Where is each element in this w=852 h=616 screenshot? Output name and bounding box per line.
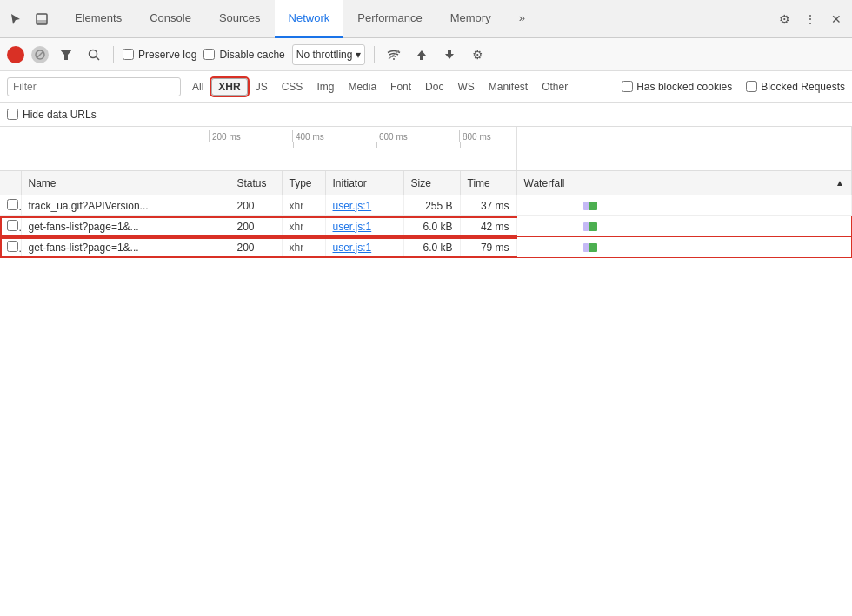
row-name[interactable]: track_ua.gif?APIVersion...: [21, 195, 230, 216]
network-table: 200 ms 400 ms 600 ms 800 ms 1000 ms 1200…: [0, 127, 852, 258]
filter-types: All XHR JS CSS Img Media Font Doc WS Man…: [186, 78, 574, 96]
row-size: 255 B: [403, 195, 460, 216]
disable-cache-checkbox[interactable]: Disable cache: [203, 49, 284, 61]
row-name[interactable]: get-fans-list?page=1&...: [21, 216, 230, 237]
filter-img[interactable]: Img: [310, 79, 340, 95]
table-body: track_ua.gif?APIVersion... 200 xhr user.…: [0, 195, 852, 258]
svg-line-6: [97, 56, 100, 60]
preserve-log-checkbox[interactable]: Preserve log: [123, 49, 196, 61]
th-size[interactable]: Size: [403, 171, 460, 195]
th-type[interactable]: Type: [282, 171, 325, 195]
throttle-select[interactable]: No throttling ▾: [292, 44, 366, 65]
row-type: xhr: [282, 237, 325, 258]
row-initiator[interactable]: user.js:1: [325, 216, 403, 237]
svg-marker-8: [417, 50, 426, 60]
row-checkbox-cell: [0, 195, 21, 216]
filter-xhr[interactable]: XHR: [211, 78, 247, 96]
sort-arrow-icon: ▲: [835, 178, 844, 188]
cursor-icon[interactable]: [3, 7, 28, 31]
filter-doc[interactable]: Doc: [419, 79, 449, 95]
tab-bar-icons: [3, 7, 54, 31]
th-initiator[interactable]: Initiator: [325, 171, 403, 195]
timeline-row: 200 ms 400 ms 600 ms 800 ms 1000 ms 1200…: [0, 127, 852, 171]
row-time: 37 ms: [460, 195, 516, 216]
network-settings-icon[interactable]: ⚙: [467, 44, 488, 65]
tab-bar-right: ⚙ ⋮ ✕: [772, 7, 849, 31]
tab-elements[interactable]: Elements: [61, 0, 136, 38]
divider-2: [374, 46, 375, 63]
stop-button[interactable]: [31, 46, 49, 63]
has-blocked-area: Has blocked cookies Blocked Requests: [622, 81, 845, 93]
chevron-down-icon: ▾: [356, 49, 361, 61]
row-checkbox[interactable]: [7, 220, 18, 231]
svg-rect-1: [37, 20, 47, 24]
tick-600: 600 ms: [376, 130, 459, 142]
upload-icon[interactable]: [411, 44, 432, 65]
filter-bar: All XHR JS CSS Img Media Font Doc WS Man…: [0, 71, 852, 103]
table-row[interactable]: get-fans-list?page=1&... 200 xhr user.js…: [0, 237, 852, 258]
tab-performance[interactable]: Performance: [343, 0, 436, 38]
filter-media[interactable]: Media: [342, 79, 383, 95]
table-row[interactable]: track_ua.gif?APIVersion... 200 xhr user.…: [0, 195, 852, 216]
filter-manifest[interactable]: Manifest: [483, 79, 534, 95]
row-size: 6.0 kB: [403, 216, 460, 237]
wifi-icon[interactable]: [383, 44, 404, 65]
row-checkbox[interactable]: [7, 241, 18, 252]
has-blocked-cookies-checkbox[interactable]: Has blocked cookies: [622, 81, 732, 93]
row-type: xhr: [282, 195, 325, 216]
row-status: 200: [230, 237, 282, 258]
row-name[interactable]: get-fans-list?page=1&...: [21, 237, 230, 258]
row-waterfall: [516, 195, 851, 216]
th-time[interactable]: Time: [460, 171, 516, 195]
svg-marker-4: [60, 50, 72, 60]
row-checkbox-cell: [0, 237, 21, 258]
row-initiator[interactable]: user.js:1: [325, 237, 403, 258]
tab-console[interactable]: Console: [136, 0, 205, 38]
th-waterfall[interactable]: Waterfall ▲: [516, 171, 851, 195]
row-time: 42 ms: [460, 216, 516, 237]
filter-js[interactable]: JS: [250, 79, 274, 95]
network-panel: 200 ms 400 ms 600 ms 800 ms 1000 ms 1200…: [0, 127, 852, 567]
th-name[interactable]: Name: [21, 171, 230, 195]
row-type: xhr: [282, 216, 325, 237]
tab-overflow[interactable]: »: [505, 0, 539, 38]
th-status[interactable]: Status: [230, 171, 282, 195]
tab-network[interactable]: Network: [275, 0, 344, 38]
hide-data-urls-row: Hide data URLs: [0, 103, 852, 127]
svg-marker-9: [445, 50, 454, 59]
filter-css[interactable]: CSS: [276, 79, 310, 95]
tab-memory[interactable]: Memory: [436, 0, 505, 38]
table-header-row: Name Status Type Initiator Size Time: [0, 171, 852, 195]
row-status: 200: [230, 216, 282, 237]
row-checkbox[interactable]: [7, 199, 18, 210]
blocked-requests-checkbox[interactable]: Blocked Requests: [746, 81, 845, 93]
filter-input[interactable]: [7, 77, 181, 96]
tick-400: 400 ms: [292, 130, 376, 142]
svg-line-3: [37, 51, 43, 58]
record-button[interactable]: [7, 46, 24, 63]
row-size: 6.0 kB: [403, 237, 460, 258]
filter-ws[interactable]: WS: [451, 79, 480, 95]
divider-1: [113, 46, 114, 63]
search-icon[interactable]: [83, 44, 104, 65]
tick-800: 800 ms: [459, 130, 516, 142]
svg-point-5: [90, 50, 97, 57]
row-checkbox-cell: [0, 216, 21, 237]
row-waterfall: [516, 216, 851, 237]
hide-data-urls-checkbox[interactable]: Hide data URLs: [7, 109, 97, 121]
filter-font[interactable]: Font: [384, 79, 417, 95]
filter-all[interactable]: All: [186, 79, 210, 95]
close-icon[interactable]: ✕: [824, 7, 849, 31]
dock-icon[interactable]: [30, 7, 54, 31]
row-initiator[interactable]: user.js:1: [325, 195, 403, 216]
more-icon[interactable]: ⋮: [798, 7, 822, 31]
table-row[interactable]: get-fans-list?page=1&... 200 xhr user.js…: [0, 216, 852, 237]
tab-sources[interactable]: Sources: [205, 0, 275, 38]
filter-icon[interactable]: [56, 44, 77, 65]
row-time: 79 ms: [460, 237, 516, 258]
settings-icon[interactable]: ⚙: [772, 7, 796, 31]
download-icon[interactable]: [439, 44, 460, 65]
toolbar: Preserve log Disable cache No throttling…: [0, 38, 852, 71]
filter-other[interactable]: Other: [536, 79, 574, 95]
row-waterfall: [516, 237, 851, 258]
